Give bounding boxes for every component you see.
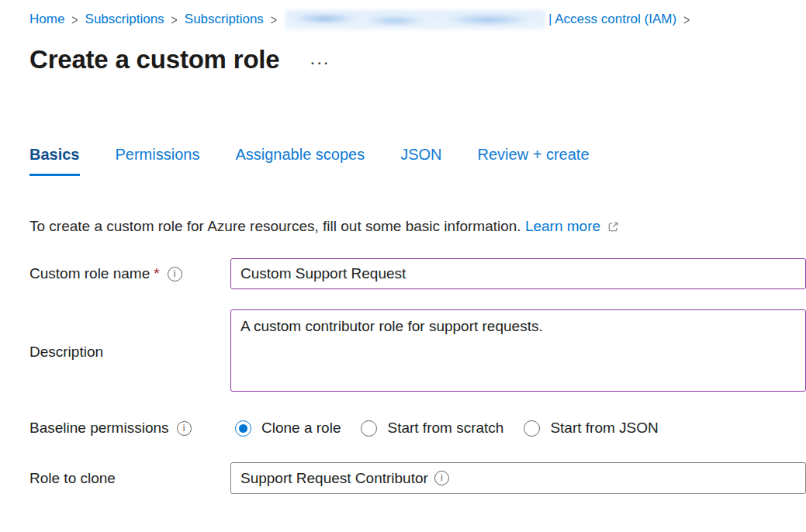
radio-unselected-icon bbox=[524, 420, 540, 437]
role-to-clone-dropdown[interactable]: Support Request Contributor i bbox=[230, 462, 806, 494]
description-label-cell: Description bbox=[29, 344, 230, 361]
create-custom-role-page: Home > Subscriptions > Subscriptions > |… bbox=[0, 0, 806, 532]
external-link-icon bbox=[607, 221, 619, 233]
breadcrumb-home-link[interactable]: Home bbox=[29, 9, 64, 29]
baseline-permissions-row: Baseline permissions i Clone a role Star… bbox=[29, 420, 806, 437]
radio-start-from-json[interactable]: Start from JSON bbox=[524, 420, 658, 437]
custom-role-name-field-cell bbox=[230, 258, 806, 289]
radio-clone-a-role-label: Clone a role bbox=[261, 420, 341, 437]
description-label: Description bbox=[29, 344, 103, 361]
info-icon[interactable]: i bbox=[434, 471, 449, 485]
description-textarea[interactable]: A custom contributor role for support re… bbox=[230, 309, 806, 392]
custom-role-name-input[interactable] bbox=[230, 258, 806, 289]
radio-clone-a-role[interactable]: Clone a role bbox=[235, 420, 341, 437]
custom-role-name-label: Custom role name bbox=[29, 265, 150, 282]
chevron-right-icon: > bbox=[171, 6, 178, 33]
breadcrumb: Home > Subscriptions > Subscriptions > |… bbox=[29, 0, 806, 29]
description-field-cell: A custom contributor role for support re… bbox=[230, 309, 806, 395]
required-asterisk: * bbox=[154, 265, 159, 282]
tab-bar: Basics Permissions Assignable scopes JSO… bbox=[29, 146, 806, 176]
role-to-clone-label-cell: Role to clone bbox=[29, 470, 230, 487]
radio-start-from-scratch[interactable]: Start from scratch bbox=[361, 420, 503, 437]
tab-assignable-scopes[interactable]: Assignable scopes bbox=[235, 146, 365, 176]
custom-role-name-row: Custom role name * i bbox=[29, 258, 806, 289]
role-to-clone-value: Support Request Contributor bbox=[240, 470, 428, 487]
redacted-subscription-name bbox=[285, 10, 545, 29]
description-row: Description A custom contributor role fo… bbox=[29, 309, 806, 395]
radio-unselected-icon bbox=[361, 420, 377, 437]
title-row: Create a custom role ··· bbox=[29, 45, 806, 74]
custom-role-name-label-cell: Custom role name * i bbox=[29, 265, 230, 282]
chevron-right-icon: > bbox=[683, 6, 690, 33]
intro-text: To create a custom role for Azure resour… bbox=[29, 218, 521, 234]
breadcrumb-subscriptions-link[interactable]: Subscriptions bbox=[85, 9, 164, 29]
baseline-permissions-label: Baseline permissions bbox=[29, 420, 169, 437]
page-title: Create a custom role bbox=[29, 45, 279, 74]
learn-more-link[interactable]: Learn more bbox=[525, 218, 600, 234]
chevron-right-icon: > bbox=[271, 6, 277, 33]
breadcrumb-subscriptions-link-2[interactable]: Subscriptions bbox=[185, 9, 264, 29]
info-icon[interactable]: i bbox=[177, 421, 192, 436]
tab-permissions[interactable]: Permissions bbox=[116, 146, 200, 176]
more-options-icon[interactable]: ··· bbox=[310, 50, 330, 70]
tab-basics[interactable]: Basics bbox=[29, 146, 80, 176]
chevron-right-icon: > bbox=[71, 6, 78, 33]
intro-paragraph: To create a custom role for Azure resour… bbox=[29, 218, 806, 235]
baseline-permissions-radio-group: Clone a role Start from scratch Start fr… bbox=[230, 420, 806, 437]
radio-start-from-json-label: Start from JSON bbox=[550, 420, 658, 437]
radio-start-from-scratch-label: Start from scratch bbox=[387, 420, 503, 437]
role-to-clone-row: Role to clone Support Request Contributo… bbox=[29, 462, 806, 494]
role-to-clone-label: Role to clone bbox=[29, 470, 116, 487]
breadcrumb-access-control-link[interactable]: | Access control (IAM) bbox=[548, 9, 676, 29]
tab-review-create[interactable]: Review + create bbox=[478, 146, 590, 176]
tab-json[interactable]: JSON bbox=[400, 146, 441, 176]
role-to-clone-field-cell: Support Request Contributor i bbox=[230, 462, 806, 494]
radio-selected-icon bbox=[235, 420, 251, 437]
info-icon[interactable]: i bbox=[168, 267, 182, 282]
baseline-permissions-label-cell: Baseline permissions i bbox=[29, 420, 230, 437]
